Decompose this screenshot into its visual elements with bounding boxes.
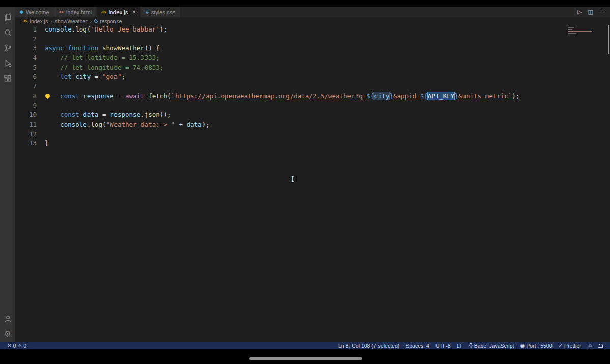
feedback-smiley-icon: ☺ <box>588 343 593 348</box>
tab-label: index.js <box>109 9 128 15</box>
vscode-window: ⚙ ◆ Welcome <> index.html JS index.js × <box>0 0 610 364</box>
code-line[interactable]: 3async function showWeather() { <box>15 44 610 53</box>
editor-actions: ▷ ◫ ⋯ <box>577 7 610 17</box>
breadcrumb: JS index.js › showWeather › response <box>15 17 610 25</box>
letterbox-top <box>0 0 610 7</box>
line-number: 5 <box>15 63 45 73</box>
error-count: 0 <box>13 343 16 349</box>
js-file-icon: JS <box>101 10 106 14</box>
split-editor-icon[interactable]: ◫ <box>588 9 593 15</box>
language-mode[interactable]: {} Babel JavaScript <box>466 343 517 349</box>
breadcrumb-item-symbol[interactable]: response <box>100 18 122 24</box>
line-number: 2 <box>15 35 45 44</box>
source-control-icon[interactable] <box>0 40 15 55</box>
code-line[interactable]: 7 <box>15 82 610 92</box>
extensions-icon[interactable] <box>0 71 15 86</box>
bell-icon <box>599 344 603 347</box>
account-icon[interactable] <box>0 311 15 326</box>
line-number: 7 <box>15 82 45 92</box>
eol-setting[interactable]: LF <box>454 343 466 349</box>
line-number: 9 <box>15 101 45 111</box>
tab-welcome[interactable]: ◆ Welcome <box>15 7 54 17</box>
chevron-right-icon: › <box>90 18 92 24</box>
breadcrumb-item-file[interactable]: index.js <box>30 18 48 24</box>
search-icon[interactable] <box>0 25 15 40</box>
indentation-setting[interactable]: Spaces: 4 <box>402 343 432 349</box>
line-number: 4 <box>15 53 45 63</box>
activity-bar: ⚙ <box>0 7 15 342</box>
code-line[interactable]: 6 let city = "goa"; <box>15 72 610 82</box>
close-tab-icon[interactable]: × <box>132 9 136 15</box>
welcome-tab-icon: ◆ <box>20 10 23 14</box>
letterbox-bottom <box>0 349 610 364</box>
gear-glyph: ⚙ <box>4 329 11 339</box>
encoding-setting[interactable]: UTF-8 <box>432 343 454 349</box>
tab-index-html[interactable]: <> index.html <box>54 7 97 17</box>
line-number: 3 <box>15 44 45 53</box>
warning-icon: ⚠ <box>17 343 22 348</box>
tab-styles-css[interactable]: # styles.css <box>141 7 180 17</box>
line-number: 10 <box>15 110 45 120</box>
code-line[interactable]: 5 // let longitude = 74.0833; <box>15 63 610 73</box>
tab-bar: ◆ Welcome <> index.html JS index.js × # … <box>15 7 610 17</box>
code-line[interactable]: 2 <box>15 35 610 44</box>
warning-count: 0 <box>23 343 26 349</box>
code-line[interactable]: 8 const response = await fetch(`https://… <box>15 92 610 101</box>
status-bar: ⊘ 0 ⚠ 0 Ln 8, Col 108 (7 selected) Space… <box>0 342 610 349</box>
video-scrubber[interactable] <box>249 357 362 360</box>
tab-index-js[interactable]: JS index.js × <box>97 7 141 17</box>
scrollbar-thumb[interactable] <box>608 25 609 54</box>
line-number: 13 <box>15 139 45 148</box>
line-number: 8 <box>15 92 45 101</box>
tab-label: Welcome <box>26 9 49 15</box>
chevron-right-icon: › <box>50 18 52 24</box>
code-line[interactable]: 1console.log('Hello Jee babbar'); <box>15 25 610 35</box>
line-number: 1 <box>15 25 45 35</box>
code-editor[interactable]: 1console.log('Hello Jee babbar');23async… <box>15 25 610 342</box>
broadcast-icon: ◉ <box>520 343 525 348</box>
js-file-icon: JS <box>23 19 27 23</box>
run-debug-icon[interactable] <box>0 55 15 71</box>
line-number: 12 <box>15 130 45 139</box>
line-number: 6 <box>15 72 45 82</box>
prettier-status[interactable]: ✓ Prettier <box>556 343 585 349</box>
settings-gear-icon[interactable]: ⚙ <box>0 326 15 342</box>
breadcrumb-item-function[interactable]: showWeather <box>55 18 88 24</box>
code-line[interactable]: 12 <box>15 130 610 139</box>
error-icon: ⊘ <box>7 343 11 348</box>
code-line[interactable]: 10 const data = response.json(); <box>15 110 610 120</box>
line-number: 11 <box>15 120 45 130</box>
code-line[interactable]: 4 // let latitude = 15.3333; <box>15 53 610 63</box>
problems-indicator[interactable]: ⊘ 0 ⚠ 0 <box>4 343 30 349</box>
cursor-position[interactable]: Ln 8, Col 108 (7 selected) <box>335 343 402 349</box>
minimap[interactable] <box>568 26 592 36</box>
lightbulb-icon[interactable] <box>45 94 50 98</box>
feedback-button[interactable]: ☺ <box>585 343 596 348</box>
tab-label: index.html <box>66 9 92 15</box>
notifications-button[interactable] <box>596 344 606 347</box>
code-line[interactable]: 13} <box>15 139 610 148</box>
braces-icon: {} <box>469 343 473 348</box>
html-file-icon: <> <box>59 10 64 14</box>
mouse-text-cursor: I <box>291 175 294 185</box>
code-line[interactable]: 11 console.log("Weather data:-> " + data… <box>15 120 610 130</box>
code-line[interactable]: 9 <box>15 101 610 111</box>
check-icon: ✓ <box>559 343 563 348</box>
css-file-icon: # <box>146 10 149 15</box>
run-file-icon[interactable]: ▷ <box>577 9 582 15</box>
code-lines: 1console.log('Hello Jee babbar');23async… <box>15 25 610 148</box>
live-server-port[interactable]: ◉ Port : 5500 <box>517 343 555 349</box>
tab-label: styles.css <box>151 9 176 15</box>
workbench: ◆ Welcome <> index.html JS index.js × # … <box>15 7 610 342</box>
more-actions-icon[interactable]: ⋯ <box>599 9 605 15</box>
explorer-icon[interactable] <box>0 10 15 25</box>
variable-symbol-icon <box>94 19 98 23</box>
